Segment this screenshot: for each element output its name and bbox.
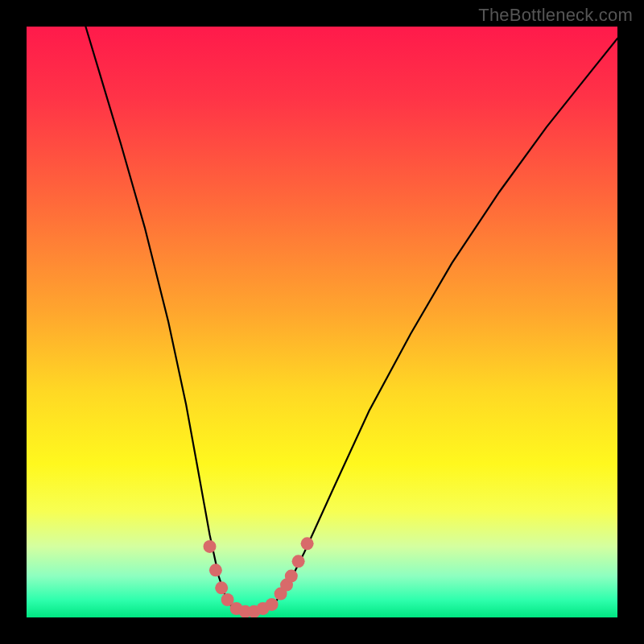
trough-marker — [215, 581, 228, 594]
trough-marker — [266, 598, 279, 611]
watermark-text: TheBottleneck.com — [478, 5, 633, 26]
chart-svg — [27, 27, 617, 617]
trough-marker — [285, 570, 298, 583]
trough-marker — [209, 564, 222, 576]
curve-path — [85, 27, 617, 612]
frame: TheBottleneck.com — [0, 0, 644, 644]
trough-marker — [204, 540, 217, 553]
plot-area — [27, 27, 617, 617]
trough-marker — [292, 555, 305, 568]
trough-marker — [301, 537, 314, 550]
